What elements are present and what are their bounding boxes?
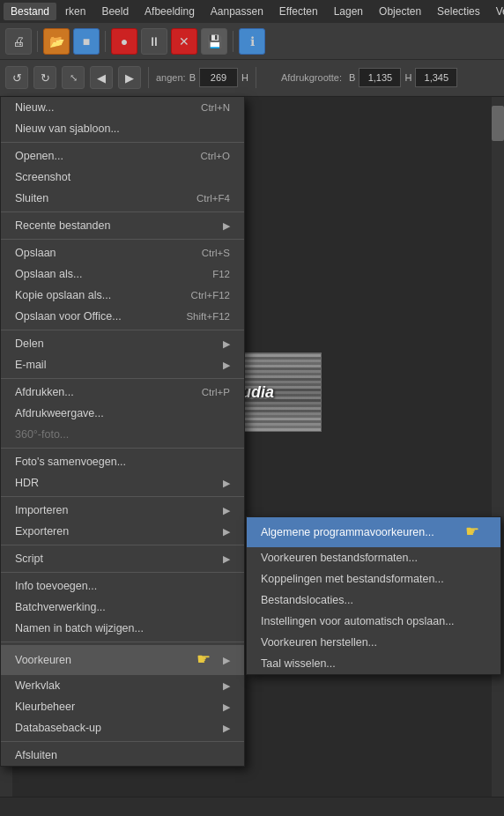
redo-btn[interactable]: ↻ — [33, 66, 56, 89]
recente-arrow: ▶ — [223, 220, 230, 232]
print-size-group: Afdrukgrootte: B H — [263, 68, 457, 87]
back-btn[interactable]: ◀ — [90, 66, 113, 89]
scrollbar[interactable] — [492, 97, 504, 816]
exporteren-arrow: ▶ — [223, 526, 230, 538]
nieuw-sjabloon-label: Nieuw van sjabloon... — [15, 122, 230, 135]
menu-item-afsluiten[interactable]: Afsluiten — [1, 745, 244, 766]
menu-objecten[interactable]: Objecten — [372, 3, 428, 20]
forward-btn[interactable]: ▶ — [118, 66, 141, 89]
save-btn[interactable]: 💾 — [201, 28, 227, 55]
menu-rken[interactable]: rken — [58, 3, 93, 20]
print-icon-btn[interactable]: 🖨 — [5, 28, 32, 55]
opslaan-office-shortcut: Shift+F12 — [186, 311, 230, 322]
bestand-dropdown: Nieuw... Ctrl+N Nieuw van sjabloon... Op… — [0, 97, 245, 767]
resize-btn[interactable]: ⤡ — [62, 66, 85, 89]
submenu-item-bestandsformaten[interactable]: Voorkeuren bestandsformaten... — [247, 547, 500, 568]
menu-bestand[interactable]: Bestand — [4, 3, 56, 20]
menu-item-afdrukken[interactable]: Afdrukken... Ctrl+P — [1, 382, 244, 403]
menu-item-voorkeuren[interactable]: Voorkeuren ▶ Algemene programmavoorkeure… — [1, 645, 244, 675]
menu-selecties[interactable]: Selecties — [430, 3, 487, 20]
menu-item-kleurbeheer[interactable]: Kleurbeheer ▶ — [1, 696, 244, 717]
menu-item-screenshot[interactable]: Screenshot — [1, 167, 244, 188]
record-icon: ● — [121, 34, 128, 48]
menu-aanpassen[interactable]: Aanpassen — [204, 3, 271, 20]
submenu-item-koppelingen[interactable]: Koppelingen met bestandsformaten... — [247, 568, 500, 590]
height-h-label: H — [241, 72, 248, 83]
menu-item-info[interactable]: Info toevoegen... — [1, 575, 244, 597]
square-icon: ■ — [83, 34, 90, 48]
width-input[interactable] — [199, 68, 238, 87]
menu-lagen[interactable]: Lagen — [327, 3, 370, 20]
werkvlak-arrow: ▶ — [223, 680, 230, 692]
menu-afbeelding[interactable]: Afbeelding — [137, 3, 202, 20]
menu-item-kopie-opslaan[interactable]: Kopie opslaan als... Ctrl+F12 — [1, 285, 244, 306]
menu-item-recente[interactable]: Recente bestanden ▶ — [1, 215, 244, 236]
stop-icon: ✕ — [179, 34, 189, 48]
undo-btn[interactable]: ↺ — [5, 66, 28, 89]
menu-item-werkvlak[interactable]: Werkvlak ▶ — [1, 675, 244, 696]
menu-beeld[interactable]: Beeld — [94, 3, 136, 20]
menu-item-exporteren[interactable]: Exporteren ▶ — [1, 521, 244, 542]
submenu-item-algemene[interactable]: Algemene programmavoorkeuren... — [247, 517, 500, 547]
menu-item-openen[interactable]: Openen... Ctrl+O — [1, 145, 244, 167]
separator-a — [1, 142, 244, 143]
menu-item-batch[interactable]: Batchverwerking... — [1, 597, 244, 618]
email-arrow: ▶ — [223, 360, 230, 371]
menu-item-hdr[interactable]: HDR ▶ — [1, 472, 244, 493]
menu-item-opslaan-office[interactable]: Opslaan voor Office... Shift+F12 — [1, 306, 244, 327]
submenu-item-bestandslocaties[interactable]: Bestandslocaties... — [247, 590, 500, 611]
open-folder-btn[interactable]: 📂 — [43, 28, 70, 55]
rotate-right-icon: ↻ — [41, 71, 50, 85]
width-label: angen: — [156, 72, 186, 83]
blue-square-btn[interactable]: ■ — [73, 28, 100, 55]
scrollbar-thumb[interactable] — [492, 106, 504, 141]
menu-item-samenvoegen[interactable]: Foto's samenvoegen... — [1, 451, 244, 472]
afsluiten-label: Afsluiten — [15, 749, 230, 761]
back-arrow-icon: ◀ — [97, 71, 106, 85]
360-label: 360°-foto... — [15, 428, 230, 441]
menu-item-script[interactable]: Script ▶ — [1, 548, 244, 569]
pause-btn[interactable]: ⏸ — [141, 28, 167, 55]
info-btn[interactable]: ℹ — [239, 28, 265, 55]
kleurbeheer-label: Kleurbeheer — [15, 701, 218, 713]
menu-item-email[interactable]: E-mail ▶ — [1, 354, 244, 375]
print-height-input[interactable] — [415, 68, 457, 87]
forward-arrow-icon: ▶ — [125, 71, 134, 85]
menu-item-sluiten[interactable]: Sluiten Ctrl+F4 — [1, 188, 244, 209]
menu-item-importeren[interactable]: Importeren ▶ — [1, 500, 244, 521]
menu-item-opslaan-als[interactable]: Opslaan als... F12 — [1, 263, 244, 285]
menu-item-afdrukweergave[interactable]: Afdrukweergave... — [1, 403, 244, 424]
menu-item-databaseback[interactable]: Databaseback-up ▶ — [1, 717, 244, 738]
toolbar-row2: ↺ ↻ ⤡ ◀ ▶ angen: B H Afdrukgrootte: B — [0, 60, 504, 95]
menu-item-nieuw-sjabloon[interactable]: Nieuw van sjabloon... — [1, 118, 244, 139]
sluiten-label: Sluiten — [15, 192, 179, 204]
separator-4 — [148, 67, 149, 88]
menu-item-namen-batch[interactable]: Namen in batch wijzigen... — [1, 618, 244, 639]
pause-icon: ⏸ — [148, 34, 160, 48]
printer-icon: 🖨 — [12, 34, 25, 48]
separator-k — [1, 741, 244, 742]
script-label: Script — [15, 553, 218, 565]
menu-item-opslaan[interactable]: Opslaan Ctrl+S — [1, 242, 244, 263]
submenu-item-autosave[interactable]: Instellingen voor automatisch opslaan... — [247, 611, 500, 632]
sluiten-shortcut: Ctrl+F4 — [196, 193, 230, 204]
info-icon: ℹ — [250, 34, 255, 48]
menu-item-delen[interactable]: Delen ▶ — [1, 333, 244, 354]
opslaan-shortcut: Ctrl+S — [202, 248, 230, 258]
print-width-input[interactable] — [359, 68, 401, 87]
menu-item-nieuw[interactable]: Nieuw... Ctrl+N — [1, 97, 244, 118]
stop-btn[interactable]: ✕ — [171, 28, 197, 55]
submenu-item-herstellen[interactable]: Voorkeuren herstellen... — [247, 632, 500, 653]
hdr-label: HDR — [15, 477, 218, 489]
record-btn[interactable]: ● — [111, 28, 137, 55]
menu-effecten[interactable]: Effecten — [272, 3, 325, 20]
nieuw-label: Nieuw... — [15, 101, 183, 114]
separator-5 — [256, 67, 256, 88]
save-icon: 💾 — [207, 34, 222, 48]
print-h-label: H — [404, 72, 411, 83]
separator-c — [1, 239, 244, 240]
submenu-item-taalwisselen[interactable]: Taal wisselen... — [247, 653, 500, 674]
afdrukken-shortcut: Ctrl+P — [202, 387, 230, 397]
menu-ven[interactable]: Ven — [489, 3, 504, 20]
separator-2 — [105, 31, 106, 52]
